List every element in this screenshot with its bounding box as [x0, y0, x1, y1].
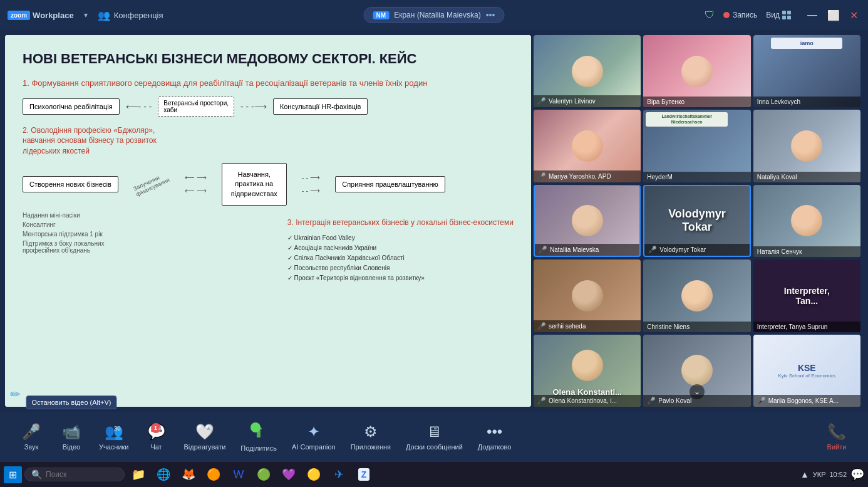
exit-button[interactable]: 📞 Вийти [818, 419, 855, 454]
zoom-icon: zoom [8, 11, 30, 20]
participant-olena[interactable]: Olena Konstanti... 🎤 Olena Konstantinova… [534, 335, 641, 407]
apps-button[interactable]: ⚙ Приложення [344, 419, 397, 454]
participant-mariia[interactable]: KSE Kyiv School of Economics 🎤 Mariia Bo… [753, 335, 860, 407]
participant-christine[interactable]: Christine Niens [643, 259, 750, 332]
more-button[interactable]: ••• Додатково [472, 419, 518, 454]
ai-icon: ✦ [307, 423, 320, 441]
people-icon: 👥 [98, 9, 110, 21]
taskbar-app-firefox[interactable]: 🦊 [177, 463, 200, 486]
window-controls: — ⬜ ✕ [805, 9, 860, 21]
edit-icon[interactable]: ✏ [10, 387, 21, 402]
participant-volodymyr[interactable]: Volodymyr Tokar 🎤 Volodymyr Tokar [643, 185, 750, 257]
taskbar-app-edge[interactable]: 🌐 [152, 463, 175, 486]
box-center: Навчання,практика напідприємствах [222, 163, 287, 206]
chrome-icon: 🟢 [257, 468, 271, 481]
chat-button[interactable]: 💬 1 ▲ Чат [138, 419, 175, 454]
security-button[interactable]: 🛡 [705, 9, 715, 21]
taskbar-language[interactable]: УКР [813, 471, 826, 478]
taskbar-app-files[interactable]: 📁 [127, 463, 150, 486]
chat-caret[interactable]: ▲ [157, 424, 163, 431]
avatar-nataliya [791, 130, 822, 162]
view-button[interactable]: Вид [766, 11, 791, 19]
close-button[interactable]: ✕ [847, 9, 860, 21]
share-badge [251, 422, 261, 432]
name-bar-nataliya: Nataliya Koval [753, 172, 860, 182]
avatar-pavlo [681, 355, 713, 386]
avatar-nataliia [572, 205, 603, 236]
viber-icon: 💜 [282, 468, 296, 481]
participant-nataliya[interactable]: Nataliya Koval [753, 110, 860, 182]
share-label: Поділитись [240, 444, 277, 452]
name-nataliia: Nataliia Maievska [550, 246, 599, 253]
participant-mariya[interactable]: 🎤 Mariya Yaroshko, APD [534, 110, 641, 182]
sound-button[interactable]: 🎤 ▲ Звук [13, 419, 50, 454]
name-bar-valentyn: 🎤 Valentyn Litvinov [534, 95, 641, 107]
sound-caret[interactable]: ▲ [32, 424, 38, 431]
spacer [117, 212, 237, 283]
participants-caret[interactable]: ▲ [115, 424, 121, 431]
share-button[interactable]: ⬆ Поділитись [234, 419, 283, 456]
taskbar-app-viber[interactable]: 💜 [277, 463, 300, 486]
kse-subtitle: Kyiv School of Economics [778, 373, 835, 379]
participant-heyder[interactable]: LandwirtschaftskammerNiedersachsen Heyde… [643, 110, 750, 182]
participant-nataliia[interactable]: 🎤 Nataliia Maievska [534, 185, 641, 257]
participant-nataliia-s[interactable]: Наталія Сенчук [753, 185, 860, 257]
taskbar-app-word[interactable]: W [227, 463, 250, 486]
word-icon: W [234, 468, 244, 481]
name-bar-nataliia-s: Наталія Сенчук [753, 246, 860, 257]
taskbar-app-telegram[interactable]: ✈ [328, 463, 350, 486]
search-input[interactable] [46, 470, 108, 479]
video-tooltip: Остановить відео (Alt+V) [26, 395, 116, 409]
mic-icon-valentyn: 🎤 [537, 97, 546, 105]
arrow1: ⟵- - - [126, 102, 152, 112]
view-label: Вид [766, 11, 780, 19]
exit-label: Вийти [827, 443, 847, 451]
taskbar-up-arrow[interactable]: ▲ [800, 469, 809, 479]
record-button[interactable]: Запись [723, 11, 757, 19]
react-button[interactable]: 🤍 ▲ Відреагувати [178, 419, 232, 454]
avatar-valentyn [572, 56, 603, 87]
name-nataliya: Nataliya Koval [757, 174, 797, 181]
participant-valentyn[interactable]: 🎤 Valentyn Litvinov [534, 35, 641, 107]
start-button[interactable]: ⊞ [4, 466, 22, 483]
conference-button[interactable]: 👥 Конференція [98, 9, 163, 21]
taskbar-app-yellow[interactable]: 🟡 [302, 463, 325, 486]
participant-vira[interactable]: Віра Бутенко [643, 35, 750, 107]
video-caret[interactable]: ▲ [72, 424, 78, 431]
box-psych: Психологічна реабілітація [23, 98, 120, 115]
taskbar-app-orange[interactable]: 🟠 [202, 463, 225, 486]
maximize-button[interactable]: ⬜ [825, 9, 842, 21]
edge-icon: 🌐 [157, 468, 170, 481]
slide-title: НОВІ ВЕТЕРАНСЬКІ БІЗНЕСИ МЕДОВОМУ СЕКТОР… [23, 50, 514, 68]
react-label: Відреагувати [184, 443, 226, 451]
slide-point2: 2. Оволодіння професією «Бджоляр»,навчан… [23, 125, 514, 157]
list-item-3: Спілка Пасічників Харківської Області [287, 253, 514, 263]
search-box[interactable]: 🔍 [24, 468, 125, 481]
screen-more-icon[interactable]: ••• [486, 10, 495, 20]
participant-serhii[interactable]: 🎤 serhii seheda [534, 259, 641, 332]
taskbar-app-zoom[interactable]: Z [353, 463, 375, 486]
react-caret[interactable]: ▲ [205, 424, 212, 431]
taskbar-app-chrome[interactable]: 🟢 [252, 463, 275, 486]
ai-companion-button[interactable]: ✦ AI Companion [286, 419, 342, 454]
diagram-middle: Створення нових бізнесів Залученняфінанс… [23, 163, 514, 206]
participant-inna[interactable]: iamo Inna Levkovych [753, 35, 860, 107]
titlebar-dropdown[interactable]: ▾ [84, 11, 88, 19]
presentation-area: НОВІ ВЕТЕРАНСЬКІ БІЗНЕСИ МЕДОВОМУ СЕКТОР… [5, 35, 531, 407]
boards-button[interactable]: 🖥 Доски сообщений [400, 419, 469, 454]
name-inna: Inna Levkovych [757, 98, 801, 105]
taskbar: ⊞ 🔍 📁 🌐 🦊 🟠 W 🟢 💜 🟡 ✈ Z ▲ УКР 10:52 💬 [0, 462, 868, 487]
name-valentyn: Valentyn Litvinov [549, 98, 596, 105]
video-button[interactable]: 📹 ▲ Відео Остановить відео (Alt+V) [53, 419, 90, 454]
yellow-app-icon: 🟡 [307, 468, 321, 481]
participants-wrapper: 🎤 Valentyn Litvinov Віра Бутенко iamo [531, 35, 863, 407]
participants-button[interactable]: 👥 39 ▲ Учасники [93, 419, 135, 454]
name-olena: Olena Konstantinova, i... [549, 397, 617, 404]
toolbar: 🎤 ▲ Звук 📹 ▲ Відео Остановить відео (Alt… [0, 412, 868, 462]
participant-interpreter[interactable]: Interpreter, Tan... Interpreter, Tanya S… [753, 259, 860, 332]
notification-icon[interactable]: 💬 [850, 468, 864, 481]
ai-label: AI Companion [292, 443, 336, 451]
zoom-logo: zoom Workplace [8, 11, 74, 20]
minimize-button[interactable]: — [805, 9, 820, 21]
taskbar-right: ▲ УКР 10:52 💬 [800, 468, 864, 481]
